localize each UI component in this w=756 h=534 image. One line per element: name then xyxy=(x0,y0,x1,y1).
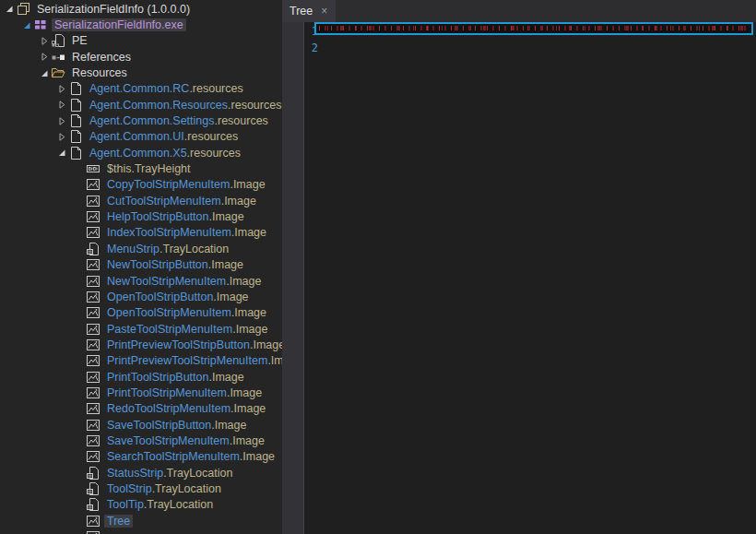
tree-item[interactable]: Agent.Common.UI.resources xyxy=(0,129,282,145)
tree-item[interactable]: SerializationFieldInfo (1.0.0.0) xyxy=(0,1,282,17)
tree-item[interactable]: Tree xyxy=(0,513,282,528)
tree-item[interactable]: SerializationFieldInfo.exe xyxy=(0,17,282,32)
expander-spacer xyxy=(74,452,86,462)
tree-item[interactable]: SaveToolStripMenuItem.Image xyxy=(0,433,282,448)
tree-item-label: Agent.Common.X5.resources xyxy=(87,147,243,160)
tree-item[interactable]: OpenToolStripMenuItem.Image xyxy=(0,305,282,321)
tree-item[interactable]: NewToolStripButton.Image xyxy=(0,257,282,273)
tree-item[interactable]: PrintPreviewToolStripButton.Image xyxy=(0,337,282,352)
expander-collapsed-icon[interactable] xyxy=(39,36,51,46)
expander-collapsed-icon[interactable] xyxy=(56,132,68,142)
glyph-margin xyxy=(282,22,304,534)
tree-item-label: PrintPreviewToolStripButton.Image xyxy=(104,338,282,351)
expander-spacer xyxy=(74,228,86,238)
tree-item[interactable]: Agent.Common.Resources.resources xyxy=(0,97,282,113)
close-icon[interactable]: × xyxy=(321,6,327,17)
image-resource-icon xyxy=(86,177,100,192)
expander-collapsed-icon[interactable] xyxy=(39,52,51,62)
tree-item-label: SerializationFieldInfo.exe xyxy=(52,18,186,31)
tree-item-label: PrintToolStripMenuItem.Image xyxy=(104,386,265,399)
tree-item-label: SaveToolStripButton.Image xyxy=(104,419,249,432)
references-icon xyxy=(51,50,65,65)
expander-spacer xyxy=(74,276,86,286)
image-resource-icon xyxy=(86,418,100,433)
expander-spacer xyxy=(74,516,86,526)
image-resource-icon xyxy=(86,401,100,416)
expander-collapsed-icon[interactable] xyxy=(56,116,68,126)
expander-spacer xyxy=(74,180,86,190)
image-resource-icon xyxy=(86,353,100,368)
tree-item-label: StatusStrip.TrayLocation xyxy=(104,467,235,480)
tree-item-label: MenuStrip.TrayLocation xyxy=(104,243,231,255)
tree-item[interactable]: SearchToolStripMenuItem.Image xyxy=(0,449,282,465)
tree-item[interactable]: OpenToolStripButton.Image xyxy=(0,289,282,304)
expander-spacer xyxy=(74,212,86,222)
image-resource-icon xyxy=(86,194,100,208)
resource-file-icon xyxy=(68,146,83,160)
tree-item[interactable]: PrintPreviewToolStripMenuItem.Image xyxy=(0,353,282,369)
tree-item[interactable]: SaveToolStripButton.Image xyxy=(0,417,282,433)
resource-file-icon xyxy=(68,113,83,128)
editor-pane: Tree × 12 xyxy=(282,0,756,534)
tab-tree[interactable]: Tree × xyxy=(282,0,336,22)
tree-item-label: Agent.Common.UI.resources xyxy=(87,130,241,143)
tree-item[interactable]: Agent.Common.Settings.resources xyxy=(0,113,282,128)
tree-item[interactable]: Resources xyxy=(0,65,282,80)
expander-expanded-icon[interactable] xyxy=(56,148,68,158)
image-resource-icon xyxy=(86,529,100,534)
tree-item[interactable]: ToolStrip.TrayLocation xyxy=(0,481,282,496)
expander-expanded-icon[interactable] xyxy=(39,68,51,78)
tree-item-label: PrintPreviewToolStripMenuItem.Image xyxy=(104,354,282,367)
binary-garbage-text xyxy=(319,26,749,30)
expander-spacer xyxy=(74,164,86,174)
expander-collapsed-icon[interactable] xyxy=(56,84,68,94)
binary-data-icon xyxy=(86,161,100,176)
tree-item[interactable]: PasteToolStripMenuItem.Image xyxy=(0,321,282,337)
expander-expanded-icon[interactable] xyxy=(4,4,16,14)
expander-expanded-icon[interactable] xyxy=(21,20,33,30)
expander-spacer xyxy=(74,435,86,445)
expander-spacer xyxy=(74,291,86,302)
tree-item[interactable]: StatusStrip.TrayLocation xyxy=(0,465,282,481)
tray-location-icon xyxy=(86,466,100,481)
tree-item[interactable]: HelpToolStripButton.Image xyxy=(0,208,282,224)
image-resource-icon xyxy=(86,322,100,337)
expander-collapsed-icon[interactable] xyxy=(56,100,68,110)
tree-item-label: CopyToolStripMenuItem.Image xyxy=(104,178,268,191)
tree-item[interactable]: CutToolStripMenuItem.Image xyxy=(0,193,282,208)
tree-item[interactable]: $this.TrayHeight xyxy=(0,160,282,176)
expander-spacer xyxy=(74,308,86,318)
image-resource-icon xyxy=(86,257,100,272)
tree-item[interactable]: PrintToolStripMenuItem.Image xyxy=(0,385,282,400)
tree-item[interactable]: ToolTip.TrayLocation xyxy=(0,497,282,513)
tree-item[interactable]: References xyxy=(0,49,282,65)
tree-item-label: OpenToolStripButton.Image xyxy=(104,291,252,303)
tree-item[interactable]: MenuStrip.TrayLocation xyxy=(0,241,282,256)
tree-item[interactable]: RedoToolStripMenuItem.Image xyxy=(0,401,282,417)
image-resource-icon xyxy=(86,386,100,400)
expander-spacer xyxy=(74,196,86,206)
tree-item-label: Agent.Common.RC.resources xyxy=(87,82,246,95)
pe-icon xyxy=(51,33,65,48)
selected-line-box[interactable] xyxy=(314,22,753,35)
tree-item[interactable]: CopyToolStripMenuItem.Image xyxy=(0,177,282,193)
expander-spacer xyxy=(74,404,86,414)
expander-spacer xyxy=(74,420,86,430)
tree-item[interactable]: IndexToolStripMenuItem.Image xyxy=(0,225,282,241)
tree-item[interactable]: NewToolStripMenuItem.Image xyxy=(0,273,282,289)
editor-surface[interactable]: 12 xyxy=(282,22,756,534)
image-resource-icon xyxy=(86,449,100,464)
tab-label: Tree xyxy=(289,5,313,18)
tree-item-label: SearchToolStripMenuItem.Image xyxy=(104,450,278,463)
tree-item-label: OpenToolStripMenuItem.Image xyxy=(104,306,269,319)
tree-item[interactable] xyxy=(0,528,282,534)
tree-item[interactable]: Agent.Common.X5.resources xyxy=(0,145,282,160)
tree-item-label: NewToolStripMenuItem.Image xyxy=(104,275,264,288)
folder-open-icon xyxy=(51,65,65,80)
tree-item[interactable]: PE xyxy=(0,33,282,49)
expander-spacer xyxy=(74,468,86,478)
assembly-explorer-tree[interactable]: SerializationFieldInfo (1.0.0.0)Serializ… xyxy=(0,0,282,534)
image-resource-icon xyxy=(86,209,100,224)
tree-item[interactable]: PrintToolStripButton.Image xyxy=(0,369,282,385)
tree-item[interactable]: Agent.Common.RC.resources xyxy=(0,81,282,97)
